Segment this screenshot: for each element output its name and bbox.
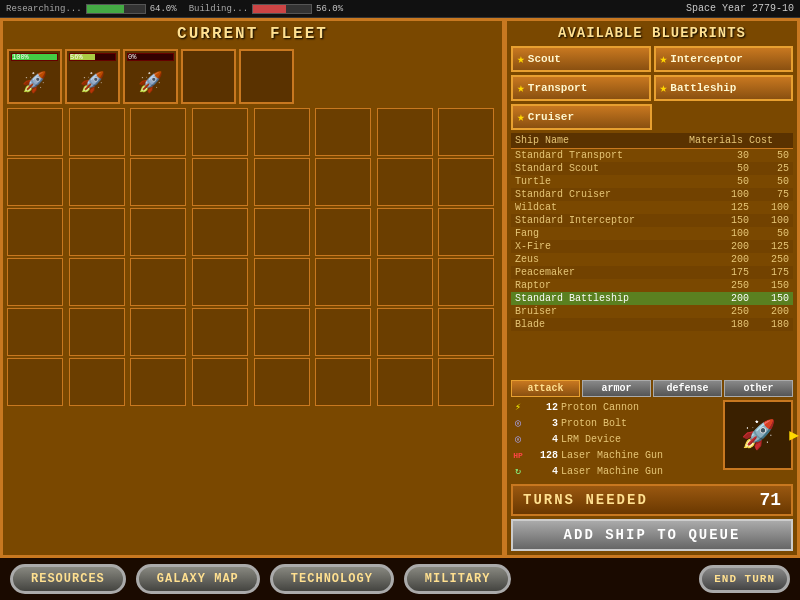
blueprint-row-3[interactable]: Standard Cruiser 100 75 — [511, 188, 793, 201]
grid-cell-7[interactable] — [438, 108, 494, 156]
grid-cell-43[interactable] — [192, 358, 248, 406]
grid-cell-22[interactable] — [377, 208, 433, 256]
ship-slot-1[interactable]: 100% 🚀 — [7, 49, 62, 104]
blueprint-row-1[interactable]: Standard Scout 50 25 — [511, 162, 793, 175]
blueprint-row-5[interactable]: Standard Interceptor 150 100 — [511, 214, 793, 227]
research-progress: Researching... 64.0% — [6, 4, 177, 14]
grid-cell-42[interactable] — [130, 358, 186, 406]
filter-row-2: ★ Transport ★ Battleship — [511, 75, 793, 101]
grid-cell-6[interactable] — [377, 108, 433, 156]
grid-cell-11[interactable] — [192, 158, 248, 206]
grid-cell-15[interactable] — [438, 158, 494, 206]
filter-interceptor[interactable]: ★ Interceptor — [654, 46, 794, 72]
blueprint-row-13[interactable]: Blade 180 180 — [511, 318, 793, 331]
blueprint-row-7[interactable]: X-Fire 200 125 — [511, 240, 793, 253]
filter-transport[interactable]: ★ Transport — [511, 75, 651, 101]
grid-cell-17[interactable] — [69, 208, 125, 256]
grid-cell-20[interactable] — [254, 208, 310, 256]
grid-cell-40[interactable] — [7, 358, 63, 406]
grid-cell-27[interactable] — [192, 258, 248, 306]
grid-cell-39[interactable] — [438, 308, 494, 356]
blueprints-panel: AVAILABLE BLUEPRINTS ★ Scout ★ Intercept… — [505, 18, 800, 558]
grid-cell-46[interactable] — [377, 358, 433, 406]
bp-cost-0: 50 — [749, 150, 789, 161]
blueprint-row-9[interactable]: Peacemaker 175 175 — [511, 266, 793, 279]
grid-cell-19[interactable] — [192, 208, 248, 256]
nav-resources[interactable]: RESOURCES — [10, 564, 126, 594]
ship-slot-3[interactable]: 0% 🚀 — [123, 49, 178, 104]
grid-cell-25[interactable] — [69, 258, 125, 306]
add-ship-button[interactable]: ADD SHIP TO QUEUE — [511, 519, 793, 551]
filter-battleship[interactable]: ★ Battleship — [654, 75, 794, 101]
tab-armor[interactable]: armor — [582, 380, 651, 397]
blueprint-row-11[interactable]: Standard Battleship 200 150 — [511, 292, 793, 305]
bp-cost-3: 75 — [749, 189, 789, 200]
tab-attack[interactable]: attack — [511, 380, 580, 397]
col-name: Ship Name — [515, 135, 689, 146]
grid-cell-36[interactable] — [254, 308, 310, 356]
ship-preview-sprite: 🚀 — [741, 418, 776, 452]
grid-cell-1[interactable] — [69, 108, 125, 156]
blueprint-row-8[interactable]: Zeus 200 250 — [511, 253, 793, 266]
grid-cell-0[interactable] — [7, 108, 63, 156]
blueprint-row-12[interactable]: Bruiser 250 200 — [511, 305, 793, 318]
grid-cell-38[interactable] — [377, 308, 433, 356]
blueprint-row-6[interactable]: Fang 100 50 — [511, 227, 793, 240]
space-year: Space Year 2779-10 — [686, 3, 794, 14]
grid-cell-8[interactable] — [7, 158, 63, 206]
fleet-title: CURRENT FLEET — [7, 25, 498, 43]
grid-cell-29[interactable] — [315, 258, 371, 306]
research-bar-fill — [87, 5, 124, 13]
blueprint-row-10[interactable]: Raptor 250 150 — [511, 279, 793, 292]
grid-cell-21[interactable] — [315, 208, 371, 256]
tab-defense[interactable]: defense — [653, 380, 722, 397]
blueprint-row-0[interactable]: Standard Transport 30 50 — [511, 149, 793, 162]
grid-cell-32[interactable] — [7, 308, 63, 356]
wstat-val-3: 128 — [528, 450, 558, 461]
filter-cruiser-label: Cruiser — [528, 111, 574, 123]
ship-slot-5[interactable] — [239, 49, 294, 104]
ship-slot-2[interactable]: 56% 🚀 — [65, 49, 120, 104]
grid-cell-44[interactable] — [254, 358, 310, 406]
grid-cell-3[interactable] — [192, 108, 248, 156]
grid-cell-23[interactable] — [438, 208, 494, 256]
nav-galaxy-map[interactable]: GALAXY MAP — [136, 564, 260, 594]
grid-cell-30[interactable] — [377, 258, 433, 306]
grid-cell-12[interactable] — [254, 158, 310, 206]
filter-scout[interactable]: ★ Scout — [511, 46, 651, 72]
nav-end-turn[interactable]: END TURN — [699, 565, 790, 593]
grid-cell-41[interactable] — [69, 358, 125, 406]
grid-cell-37[interactable] — [315, 308, 371, 356]
building-progress: Building... 56.0% — [189, 4, 343, 14]
tab-other[interactable]: other — [724, 380, 793, 397]
grid-cell-35[interactable] — [192, 308, 248, 356]
bp-name-12: Bruiser — [515, 306, 689, 317]
grid-cell-31[interactable] — [438, 258, 494, 306]
filter-cruiser[interactable]: ★ Cruiser — [511, 104, 652, 130]
grid-cell-45[interactable] — [315, 358, 371, 406]
ship-preview-arrow: ▶ — [789, 425, 799, 445]
grid-cell-13[interactable] — [315, 158, 371, 206]
grid-cell-4[interactable] — [254, 108, 310, 156]
grid-cell-26[interactable] — [130, 258, 186, 306]
grid-cell-33[interactable] — [69, 308, 125, 356]
grid-cell-9[interactable] — [69, 158, 125, 206]
weapon-stat-2: ◎ 4 LRM Device — [511, 432, 719, 446]
grid-cell-47[interactable] — [438, 358, 494, 406]
bp-materials-13: 180 — [689, 319, 749, 330]
grid-cell-5[interactable] — [315, 108, 371, 156]
grid-cell-34[interactable] — [130, 308, 186, 356]
grid-cell-14[interactable] — [377, 158, 433, 206]
grid-cell-2[interactable] — [130, 108, 186, 156]
ship-slot-4[interactable] — [181, 49, 236, 104]
bp-cost-10: 150 — [749, 280, 789, 291]
nav-technology[interactable]: TECHNOLOGY — [270, 564, 394, 594]
grid-cell-16[interactable] — [7, 208, 63, 256]
grid-cell-28[interactable] — [254, 258, 310, 306]
grid-cell-18[interactable] — [130, 208, 186, 256]
blueprint-row-2[interactable]: Turtle 50 50 — [511, 175, 793, 188]
grid-cell-10[interactable] — [130, 158, 186, 206]
blueprint-row-4[interactable]: Wildcat 125 100 — [511, 201, 793, 214]
nav-military[interactable]: MILITARY — [404, 564, 512, 594]
grid-cell-24[interactable] — [7, 258, 63, 306]
